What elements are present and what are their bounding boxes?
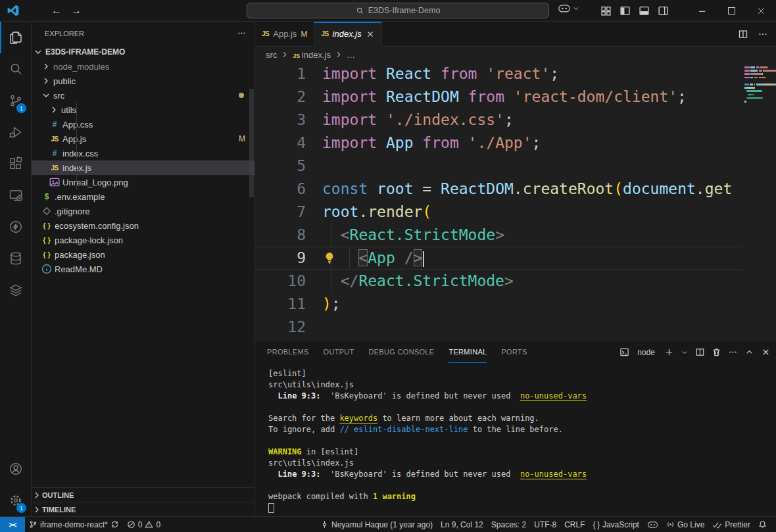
activity-bar-item-settings[interactable]: 1 [0, 485, 31, 516]
toggle-sidebar-icon[interactable] [619, 5, 631, 16]
tree-item-index-css[interactable]: #index.css [32, 146, 255, 160]
activity-bar-item-remote-explorer[interactable] [0, 180, 31, 211]
code-line-11[interactable]: 11); [255, 293, 742, 316]
kill-terminal-icon[interactable] [712, 347, 721, 357]
tree-item--env-example[interactable]: $.env.example [32, 189, 255, 204]
minimap[interactable] [742, 62, 776, 341]
tree-item-app-css[interactable]: #App.css [32, 117, 255, 132]
line-number: 1 [255, 62, 306, 85]
encoding-setting[interactable]: UTF-8 [530, 517, 560, 532]
customize-layout-icon[interactable] [600, 5, 612, 16]
tree-item-node-modules[interactable]: node_modules [32, 59, 255, 74]
panel-more-actions-icon[interactable] [728, 347, 738, 357]
activity-bar-item-source-control[interactable]: 1 [0, 85, 31, 116]
copilot-menu[interactable] [558, 3, 580, 13]
code-line-5[interactable]: 5 [255, 155, 742, 178]
editor-more-actions-icon[interactable] [758, 29, 768, 39]
code-line-3[interactable]: 3import './index.css'; [255, 109, 742, 132]
js-file-icon: JS [293, 53, 302, 59]
editor-tab-index-js[interactable]: JSindex.js [314, 22, 381, 47]
code-line-9[interactable]: 9 <App /> [255, 247, 742, 270]
code-line-6[interactable]: 6const root = ReactDOM.createRoot(docume… [255, 178, 742, 201]
tree-item-package-json[interactable]: { }package.json [32, 247, 255, 262]
activity-bar-item-accounts[interactable] [0, 453, 31, 485]
maximize-panel-icon[interactable] [744, 347, 754, 357]
activity-bar-item-thunder-client[interactable] [0, 211, 31, 243]
activity-bar-item-search[interactable] [0, 53, 31, 85]
cursor-position[interactable]: Ln 9, Col 12 [437, 517, 487, 532]
panel-tab-output[interactable]: OUTPUT [324, 341, 354, 363]
terminal-link[interactable]: keywords [339, 414, 377, 423]
commit-info[interactable]: Neyamul Haque (1 year ago) [316, 517, 437, 532]
eol-setting[interactable]: CRLF [560, 517, 589, 532]
breadcrumb-item[interactable]: src [266, 50, 277, 60]
prettier-status[interactable]: Prettier [708, 517, 754, 532]
split-terminal-icon[interactable] [695, 347, 705, 357]
code-line-2[interactable]: 2import ReactDOM from 'react-dom/client'… [255, 85, 742, 109]
activity-bar-item-explorer[interactable] [0, 22, 31, 53]
tree-item-index-js[interactable]: JSindex.js [32, 160, 255, 175]
sidebar-section-outline[interactable]: OUTLINE [32, 487, 255, 502]
terminal-dropdown-icon[interactable] [681, 349, 689, 356]
sync-icon[interactable] [110, 520, 119, 529]
panel-tab-problems[interactable]: PROBLEMS [267, 341, 309, 363]
folder-modified-dot [239, 93, 244, 98]
tree-item-src[interactable]: src [32, 88, 255, 103]
panel-tab-debug-console[interactable]: DEBUG CONSOLE [369, 341, 435, 363]
sidebar-scrollbar[interactable] [249, 89, 254, 197]
breadcrumb-item[interactable]: JS index.js [293, 50, 331, 60]
close-window-button[interactable] [746, 0, 776, 22]
close-panel-icon[interactable] [761, 347, 771, 357]
new-terminal-icon[interactable] [664, 347, 674, 357]
activity-bar-item-run-and-debug[interactable] [0, 116, 31, 148]
toggle-secondary-sidebar-icon[interactable] [658, 5, 669, 16]
code-line-10[interactable]: 10 </React.StrictMode> [255, 270, 742, 293]
nav-forward-icon[interactable]: → [71, 5, 82, 16]
minimize-button[interactable]: ─ [687, 0, 717, 22]
command-center-search[interactable]: E3DS-Iframe-Demo [247, 3, 549, 18]
breadcrumb-item[interactable]: … [347, 50, 355, 60]
code-line-1[interactable]: 1import React from 'react'; [255, 62, 742, 85]
activity-bar-item-layers[interactable] [0, 274, 31, 306]
copilot-status[interactable] [643, 517, 662, 532]
language-mode[interactable]: { }JavaScript [589, 517, 643, 532]
remote-indicator[interactable]: >< [0, 517, 25, 532]
nav-back-icon[interactable]: ← [51, 5, 62, 16]
terminal-shell-label[interactable]: node [637, 348, 655, 357]
activity-bar-item-extensions[interactable] [0, 148, 31, 180]
go-live-button[interactable]: Go Live [662, 517, 708, 532]
maximize-button[interactable] [717, 0, 746, 22]
code-line-8[interactable]: 8 <React.StrictMode> [255, 224, 742, 247]
notifications-bell[interactable] [754, 517, 771, 532]
editor-tab-app-js[interactable]: JSApp.jsM [255, 22, 314, 46]
sidebar-section-timeline[interactable]: TIMELINE [32, 502, 255, 516]
lightbulb-icon[interactable] [323, 251, 336, 265]
tree-item-utils[interactable]: utils [32, 103, 255, 117]
code-line-12[interactable]: 12 [255, 316, 742, 339]
terminal-line: To ignore, add // eslint-disable-next-li… [268, 424, 776, 435]
tree-item-public[interactable]: public [32, 74, 255, 88]
panel-tab-ports[interactable]: PORTS [501, 341, 527, 363]
close-tab-icon[interactable] [366, 30, 375, 39]
split-editor-icon[interactable] [738, 29, 748, 39]
tree-item-ecosystem-config-json[interactable]: { }ecosystem.config.json [32, 218, 255, 233]
terminal-link[interactable]: no-unused-vars [520, 391, 587, 400]
code-editor[interactable]: 1import React from 'react';2import React… [255, 62, 742, 341]
activity-bar-item-database[interactable] [0, 243, 31, 274]
code-line-7[interactable]: 7root.render( [255, 201, 742, 224]
tree-item--gitignore[interactable]: .gitignore [32, 204, 255, 218]
terminal-link[interactable]: no-unused-vars [520, 470, 587, 479]
terminal-output[interactable]: [eslint]src\utils\index.js Line 9:3: 'Bs… [255, 363, 776, 516]
indentation-setting[interactable]: Spaces: 2 [487, 517, 530, 532]
tree-item-readme-md[interactable]: ReadMe.MD [32, 262, 255, 276]
problems-indicator[interactable]: 0 0 [123, 517, 164, 532]
tree-item-app-js[interactable]: JSApp.jsM [32, 132, 255, 146]
tree-item-e3ds-iframe-demo[interactable]: E3DS-IFRAME-DEMO [32, 45, 255, 59]
branch-indicator[interactable]: iframe-demo-react* [25, 517, 123, 532]
code-line-4[interactable]: 4import App from './App'; [255, 132, 742, 155]
toggle-panel-icon[interactable] [639, 5, 650, 16]
panel-tab-terminal[interactable]: TERMINAL [449, 341, 487, 363]
explorer-more-actions-icon[interactable] [237, 28, 247, 38]
tree-item-package-lock-json[interactable]: { }package-lock.json [32, 233, 255, 247]
tree-item-unreal-logo-png[interactable]: Unreal_Logo.png [32, 175, 255, 189]
